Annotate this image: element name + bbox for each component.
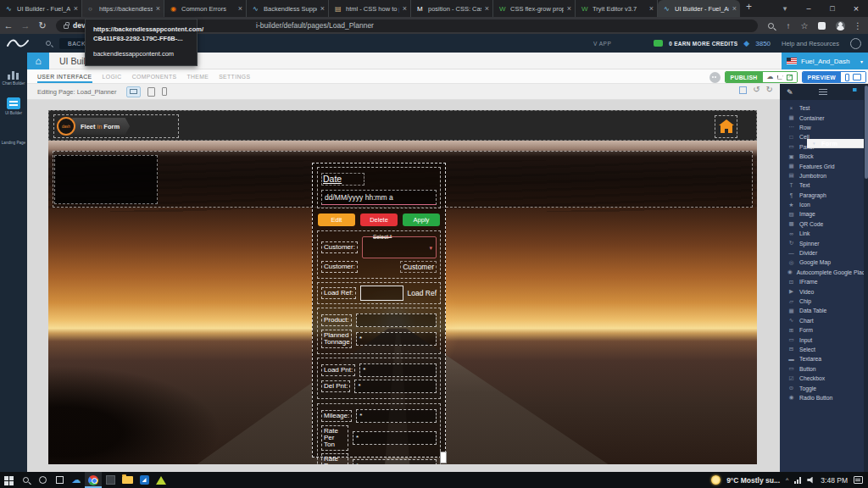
tab-close-icon[interactable]: × bbox=[485, 4, 489, 13]
product-input[interactable] bbox=[356, 313, 437, 327]
palette-scrollbar[interactable] bbox=[864, 84, 868, 472]
speaker-icon[interactable] bbox=[807, 477, 815, 484]
share-icon[interactable]: ↑ bbox=[782, 21, 795, 30]
points-section[interactable]: Load Pnt: * Del Pnt: * bbox=[317, 358, 441, 399]
browser-tab[interactable]: W Tryit Editor v3.7 × bbox=[576, 0, 658, 17]
window-close-button[interactable]: × bbox=[844, 3, 868, 14]
earn-credits-link[interactable]: 0 EARN MORE CREDITS bbox=[669, 41, 737, 47]
palette-item-autocomplete-google-places[interactable]: ◉ Autocomplete Google Places bbox=[780, 268, 868, 277]
page-header-banner[interactable]: dash Fleet in Form bbox=[48, 110, 757, 141]
load-pnt-input[interactable]: * bbox=[359, 363, 437, 377]
palette-item-video[interactable]: ▶ Video bbox=[780, 286, 868, 296]
palette-item-select[interactable]: ⊟ Select bbox=[780, 345, 868, 354]
phone-view-icon[interactable] bbox=[162, 87, 167, 96]
palette-item-block[interactable]: ▣ Block bbox=[780, 152, 868, 161]
feedback-icon[interactable] bbox=[709, 72, 721, 83]
palette-item-divider[interactable]: — Divider bbox=[780, 248, 868, 258]
builder-tab-logic[interactable]: LOGIC bbox=[103, 70, 122, 83]
file-explorer-icon[interactable] bbox=[119, 472, 136, 488]
task-view-icon[interactable] bbox=[51, 472, 68, 488]
delete-button[interactable]: Delete bbox=[360, 214, 398, 226]
side-panel-icon[interactable] bbox=[818, 22, 826, 30]
palette-item-button[interactable]: ▭ Button bbox=[780, 364, 868, 374]
help-resources-link[interactable]: Help and Resources bbox=[782, 40, 839, 47]
builder-tab-settings[interactable]: SETTINGS bbox=[219, 70, 250, 83]
rate-per-ton-input[interactable]: * bbox=[353, 431, 437, 445]
customer-select[interactable]: Select * ▾ bbox=[362, 236, 437, 258]
dark-app-icon[interactable] bbox=[102, 472, 119, 488]
palette-item-container[interactable]: ▦ Container bbox=[780, 113, 868, 122]
external-link-icon[interactable] bbox=[787, 75, 793, 80]
browser-tab[interactable]: ∿ UI Builder - Fuel_And_ × bbox=[0, 0, 82, 17]
onedrive-icon[interactable]: ☁ bbox=[68, 472, 85, 488]
weather-sun-icon[interactable] bbox=[711, 475, 721, 485]
palette-item-spinner[interactable]: ↻ Spinner bbox=[780, 238, 868, 247]
overlay-inner-block[interactable] bbox=[54, 155, 158, 204]
date-section[interactable]: Date bbox=[317, 167, 441, 208]
palette-item-textarea[interactable]: ▬ Textarea bbox=[780, 354, 868, 363]
date-input[interactable] bbox=[321, 190, 437, 205]
tab-close-icon[interactable]: × bbox=[74, 4, 78, 13]
backendless-logo-icon[interactable] bbox=[7, 37, 29, 49]
notification-center-icon[interactable] bbox=[854, 476, 863, 484]
reload-icon[interactable]: ↻ bbox=[34, 20, 51, 31]
fleet-in-form-logo[interactable]: dash Fleet in Form bbox=[53, 114, 179, 138]
tab-close-icon[interactable]: × bbox=[732, 4, 737, 13]
palette-item-qr-code[interactable]: ▩ QR Code bbox=[780, 219, 868, 229]
customer-section[interactable]: Customer: Select * ▾ Customer: Customer bbox=[317, 230, 441, 279]
cloud-upload-icon[interactable]: ☁ bbox=[767, 74, 774, 80]
weather-text[interactable]: 9°C Mostly su... bbox=[726, 476, 780, 485]
clock[interactable]: 3:48 PM bbox=[821, 476, 848, 485]
browser-tab[interactable]: ◉ Common Errors × bbox=[164, 0, 247, 17]
topbar-search-icon[interactable] bbox=[46, 41, 51, 46]
browser-profile-avatar[interactable] bbox=[836, 21, 845, 30]
tablet-view-icon[interactable] bbox=[147, 87, 155, 97]
palette-item-input[interactable]: ▭ Input bbox=[780, 335, 868, 344]
window-minimize-button[interactable]: – bbox=[797, 4, 821, 13]
palette-item-features-grid[interactable]: ▦ Features Grid bbox=[780, 161, 868, 170]
browser-tab[interactable]: ∿ UI Builder - Fuel_And_ × bbox=[658, 0, 740, 17]
tab-close-icon[interactable]: × bbox=[567, 4, 571, 13]
palette-item-image[interactable]: ▨ Image bbox=[780, 209, 868, 219]
publish-button[interactable]: PUBLISH bbox=[726, 72, 763, 82]
new-tab-button[interactable]: + bbox=[740, 0, 758, 17]
blue-app-icon[interactable] bbox=[136, 472, 153, 488]
components-grid-icon[interactable] bbox=[853, 88, 861, 97]
load-ref-input[interactable] bbox=[360, 286, 403, 301]
browser-tab[interactable]: ∿ Backendless Support × bbox=[247, 0, 329, 17]
browser-tab[interactable]: M position - CSS: Casca × bbox=[411, 0, 493, 17]
taskbar-search-icon[interactable] bbox=[17, 472, 34, 488]
tab-close-icon[interactable]: × bbox=[403, 4, 407, 13]
palette-item-iframe[interactable]: ⊡ IFrame bbox=[780, 277, 868, 286]
rail-item-landing-page[interactable]: Landing Page bbox=[2, 127, 25, 145]
page-preview[interactable]: dash Fleet in Form bbox=[48, 110, 757, 464]
browser-tab[interactable]: ▤ html - CSS how to po × bbox=[329, 0, 411, 17]
edit-button[interactable]: Edit bbox=[318, 214, 355, 226]
account-avatar[interactable] bbox=[850, 38, 861, 49]
palette-item-google-map[interactable]: ◎ Google Map bbox=[780, 258, 868, 267]
product-section[interactable]: Product: Planned Tonnage * bbox=[317, 308, 441, 354]
rail-item-ui-builder[interactable]: UI Builder bbox=[5, 97, 22, 115]
palette-item-toggle[interactable]: ⊙ Toggle bbox=[780, 383, 868, 392]
builder-tab-user-interface[interactable]: USER INTERFACE bbox=[37, 70, 92, 83]
redo-icon[interactable]: ↻ bbox=[766, 86, 773, 94]
selection-tool-icon[interactable] bbox=[739, 86, 747, 94]
forward-icon[interactable]: → bbox=[17, 20, 34, 30]
palette-item-test[interactable]: × Test bbox=[780, 103, 868, 113]
palette-item-radio-button[interactable]: ◉ Radio Button bbox=[780, 393, 868, 402]
planned-tonnage-input[interactable]: * bbox=[356, 332, 437, 346]
home-button[interactable]: ⌂ bbox=[27, 53, 49, 69]
palette-item-form[interactable]: ⊞ Form bbox=[780, 325, 868, 335]
undo-icon[interactable]: ↺ bbox=[753, 86, 760, 94]
hamburger-menu-icon[interactable] bbox=[819, 89, 827, 95]
palette-item-chart[interactable]: ∿ Chart bbox=[780, 316, 868, 325]
palette-item-checkbox[interactable]: ☑ Checkbox bbox=[780, 374, 868, 383]
chrome-taskbar-icon[interactable] bbox=[85, 472, 102, 488]
builder-tab-components[interactable]: COMPONENTS bbox=[132, 70, 177, 83]
start-button[interactable] bbox=[0, 472, 17, 488]
tab-close-icon[interactable]: × bbox=[156, 4, 160, 13]
banner-home-icon[interactable] bbox=[715, 115, 737, 138]
back-icon[interactable]: ← bbox=[0, 20, 17, 30]
tab-search-icon[interactable]: ▾ bbox=[773, 4, 797, 13]
resize-handle[interactable] bbox=[440, 452, 447, 463]
